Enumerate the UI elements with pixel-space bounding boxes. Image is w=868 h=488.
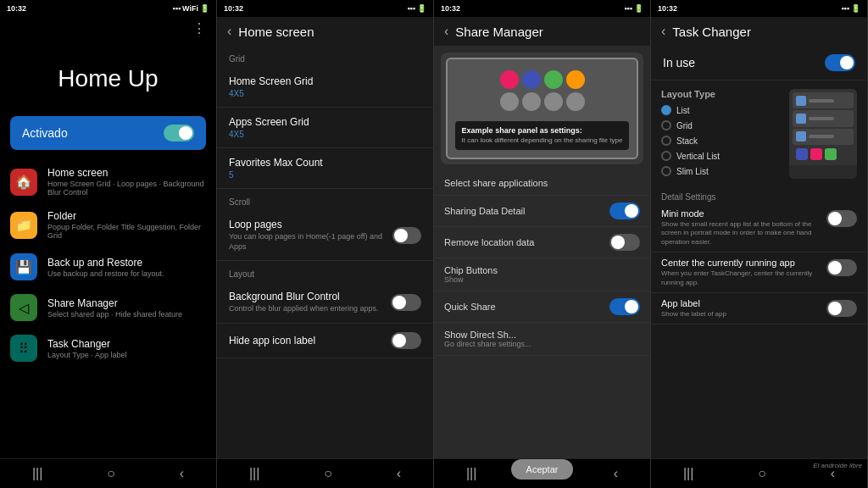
layout-option-stack[interactable]: Stack (661, 133, 782, 148)
layout-section-label: Layout (217, 261, 433, 282)
accept-button[interactable]: Aceptar (511, 459, 574, 480)
radio-stack[interactable] (661, 136, 671, 146)
hide-icon-label-row[interactable]: Hide app icon label (217, 324, 433, 358)
layout-option-list[interactable]: List (661, 103, 782, 118)
battery-icon-3: 🔋 (634, 4, 643, 13)
center-app-toggle[interactable] (826, 259, 857, 276)
layout-option-grid[interactable]: Grid (661, 118, 782, 133)
backup-sub: Use backup and restore for layout. (47, 269, 206, 278)
nav-lines-icon-1[interactable]: ||| (32, 466, 42, 481)
status-bar-2: 10:32 ▪▪▪ 🔋 (217, 0, 433, 17)
preview-card-text-2 (809, 117, 834, 120)
sharing-data-row[interactable]: Sharing Data Detail (434, 196, 650, 227)
app-label-toggle[interactable] (826, 300, 857, 317)
in-use-label: In use (663, 56, 695, 69)
home-screen-grid-row[interactable]: Home Screen Grid 4X5 (217, 67, 433, 108)
nav-home-icon-1[interactable]: ○ (107, 466, 115, 481)
folder-text: Folder Popup Folder, Folder Title Sugges… (47, 210, 206, 240)
mini-mode-row[interactable]: Mini mode Show the small recent app list… (651, 203, 867, 252)
nav-back-icon-2[interactable]: ‹ (397, 466, 401, 481)
menu-item-home-screen[interactable]: 🏠 Home screen Home Screen Grid · Loop pa… (0, 160, 216, 203)
layout-label-slim: Slim List (676, 167, 709, 176)
loop-pages-row[interactable]: Loop pages You can loop pages in Home(-1… (217, 210, 433, 261)
panel2-header: ‹ Home screen (217, 17, 433, 46)
background-blur-title: Background Blur Control (229, 291, 379, 302)
center-app-row[interactable]: Center the currently running app When yo… (651, 252, 867, 293)
back-button-2[interactable]: ‹ (227, 24, 231, 39)
select-share-apps-row[interactable]: Select share applications (434, 171, 650, 196)
status-bar-3: 10:32 ▪▪▪ 🔋 (434, 0, 650, 17)
nav-lines-icon-4[interactable]: ||| (683, 466, 693, 481)
layout-type-section: Layout Type List Grid Stack Vertical Lis… (651, 80, 867, 187)
back-button-3[interactable]: ‹ (444, 24, 448, 39)
select-share-title: Select share applications (444, 178, 548, 188)
top-icons-row: ⋮ (0, 17, 216, 40)
apps-screen-grid-title: Apps Screen Grid (229, 116, 421, 128)
background-blur-row[interactable]: Background Blur Control Control the blur… (217, 282, 433, 324)
radio-slim[interactable] (661, 166, 671, 176)
status-time-1: 10:32 (7, 4, 26, 13)
loop-pages-toggle[interactable] (392, 227, 421, 244)
apps-screen-grid-row[interactable]: Apps Screen Grid 4X5 (217, 108, 433, 148)
nav-back-icon-3[interactable]: ‹ (614, 466, 618, 481)
favorites-max-row[interactable]: Favorites Max Count 5 (217, 148, 433, 189)
radio-grid[interactable] (661, 120, 671, 130)
share-app-8 (566, 92, 585, 111)
battery-icon-4: 🔋 (851, 4, 860, 13)
app-label-wrap: App label Show the label of app (661, 298, 857, 319)
layout-preview (789, 89, 857, 179)
signal-icon-3: ▪▪▪ (624, 4, 632, 13)
radio-vertical[interactable] (661, 151, 671, 161)
nav-home-icon-2[interactable]: ○ (324, 466, 332, 481)
preview-card-icon-2 (796, 114, 806, 124)
hide-icon-label-toggle[interactable] (391, 332, 421, 349)
activado-toggle[interactable] (164, 125, 194, 141)
menu-item-folder[interactable]: 📁 Folder Popup Folder, Folder Title Sugg… (0, 203, 216, 247)
mini-mode-text: Mini mode Show the small recent app list… (661, 208, 820, 247)
nav-back-icon-1[interactable]: ‹ (180, 466, 184, 481)
sharing-data-toggle[interactable] (609, 202, 640, 219)
activado-label: Activado (22, 126, 68, 140)
quick-share-row[interactable]: Quick Share (434, 291, 650, 323)
center-app-desc: When you enter TaskChanger, center the c… (661, 269, 820, 287)
layout-label-grid: Grid (676, 121, 693, 130)
nav-lines-icon-3[interactable]: ||| (466, 466, 476, 481)
radio-list[interactable] (661, 105, 671, 115)
menu-item-share-manager[interactable]: ◁ Share Manager Select shared app · Hide… (0, 287, 216, 328)
watermark: El androide libre (813, 462, 862, 469)
panel2-title: Home screen (238, 25, 314, 39)
layout-option-slim[interactable]: Slim List (661, 164, 782, 179)
status-icons-4: ▪▪▪ 🔋 (841, 4, 860, 13)
menu-item-backup[interactable]: 💾 Back up and Restore Use backup and res… (0, 247, 216, 287)
app-label-title: App label (661, 298, 726, 308)
activado-row[interactable]: Activado (10, 116, 206, 150)
in-use-row[interactable]: In use (651, 46, 867, 80)
nav-home-icon-4[interactable]: ○ (758, 466, 766, 481)
share-manager-icon: ◁ (10, 294, 37, 321)
in-use-toggle[interactable] (825, 54, 855, 71)
preview-mini-1 (796, 148, 808, 160)
status-time-2: 10:32 (224, 4, 243, 13)
panel-home-up: 10:32 ▪▪▪ WiFi 🔋 ⋮ Home Up Activado 🏠 Ho… (0, 0, 217, 488)
app-label-row[interactable]: App label Show the label of app (651, 293, 867, 324)
remove-location-row[interactable]: Remove location data (434, 227, 650, 258)
hide-icon-label-title: Hide app icon label (229, 335, 315, 347)
background-blur-toggle[interactable] (391, 294, 421, 311)
share-manager-sub: Select shared app · Hide shared feature (47, 310, 206, 319)
layout-option-vertical[interactable]: Vertical List (661, 148, 782, 164)
favorites-max-value: 5 (229, 170, 421, 180)
more-options-icon[interactable]: ⋮ (192, 20, 206, 36)
homeup-title: Home Up (0, 40, 216, 109)
show-direct-row[interactable]: Show Direct Sh... Go direct share settin… (434, 323, 650, 356)
panel3-header: ‹ Share Manager (434, 17, 650, 46)
back-button-4[interactable]: ‹ (661, 24, 665, 39)
status-bar-1: 10:32 ▪▪▪ WiFi 🔋 (0, 0, 216, 17)
quick-share-toggle[interactable] (609, 298, 640, 315)
remove-location-toggle[interactable] (609, 234, 640, 251)
menu-item-task-changer[interactable]: ⠿ Task Changer Layout Type · App label (0, 328, 216, 369)
nav-lines-icon-2[interactable]: ||| (249, 466, 259, 481)
chip-buttons-row[interactable]: Chip Buttons Show (434, 258, 650, 291)
home-screen-grid-value: 4X5 (229, 89, 421, 98)
status-icons-2: ▪▪▪ 🔋 (407, 4, 426, 13)
mini-mode-toggle[interactable] (826, 210, 857, 227)
